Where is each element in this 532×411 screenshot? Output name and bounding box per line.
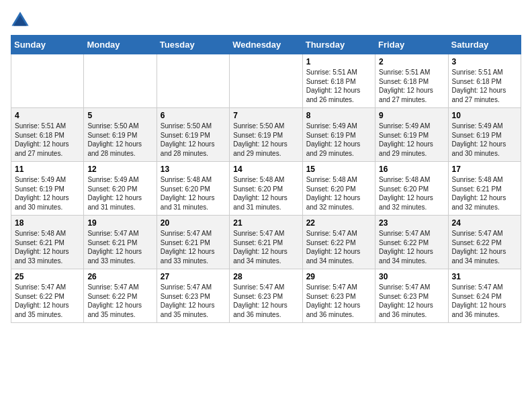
day-number: 26 [87,272,152,281]
table-cell: 26Sunrise: 5:47 AM Sunset: 6:22 PM Dayli… [84,269,157,323]
table-cell: 16Sunrise: 5:48 AM Sunset: 6:20 PM Dayli… [375,162,448,216]
table-cell: 12Sunrise: 5:49 AM Sunset: 6:20 PM Dayli… [84,162,157,216]
cell-info: Sunrise: 5:47 AM Sunset: 6:21 PM Dayligh… [161,229,226,265]
header-monday: Monday [84,36,157,54]
cell-info: Sunrise: 5:47 AM Sunset: 6:24 PM Dayligh… [452,283,517,319]
day-number: 17 [452,165,517,174]
day-number: 30 [379,272,444,281]
table-cell: 29Sunrise: 5:47 AM Sunset: 6:23 PM Dayli… [302,269,375,323]
day-number: 27 [161,272,226,281]
table-cell: 20Sunrise: 5:47 AM Sunset: 6:21 PM Dayli… [157,216,229,269]
table-cell [157,54,229,108]
cell-info: Sunrise: 5:48 AM Sunset: 6:20 PM Dayligh… [306,175,371,212]
table-cell: 18Sunrise: 5:48 AM Sunset: 6:21 PM Dayli… [11,216,84,269]
cell-info: Sunrise: 5:47 AM Sunset: 6:21 PM Dayligh… [233,229,298,265]
day-number: 12 [87,165,152,174]
table-cell: 7Sunrise: 5:50 AM Sunset: 6:19 PM Daylig… [230,108,302,162]
table-cell: 3Sunrise: 5:51 AM Sunset: 6:18 PM Daylig… [448,54,521,108]
header-tuesday: Tuesday [157,36,229,54]
cell-info: Sunrise: 5:48 AM Sunset: 6:21 PM Dayligh… [452,175,517,212]
day-number: 18 [15,218,80,228]
day-number: 16 [379,165,444,174]
cell-info: Sunrise: 5:47 AM Sunset: 6:23 PM Dayligh… [379,283,444,319]
cell-info: Sunrise: 5:49 AM Sunset: 6:19 PM Dayligh… [452,122,517,158]
day-number: 10 [452,111,517,120]
week-row-1: 1Sunrise: 5:51 AM Sunset: 6:18 PM Daylig… [11,54,521,108]
table-cell: 10Sunrise: 5:49 AM Sunset: 6:19 PM Dayli… [448,108,521,162]
day-number: 5 [87,111,152,120]
week-row-2: 4Sunrise: 5:51 AM Sunset: 6:18 PM Daylig… [11,108,521,162]
table-cell [11,54,84,108]
table-cell: 22Sunrise: 5:47 AM Sunset: 6:22 PM Dayli… [302,216,375,269]
day-number: 25 [15,272,80,281]
cell-info: Sunrise: 5:51 AM Sunset: 6:18 PM Dayligh… [379,68,444,104]
day-number: 3 [452,57,517,66]
calendar-table: SundayMondayTuesdayWednesdayThursdayFrid… [11,35,521,323]
table-cell: 2Sunrise: 5:51 AM Sunset: 6:18 PM Daylig… [375,54,448,108]
cell-info: Sunrise: 5:47 AM Sunset: 6:21 PM Dayligh… [87,229,152,265]
calendar-body: 1Sunrise: 5:51 AM Sunset: 6:18 PM Daylig… [11,54,521,323]
cell-info: Sunrise: 5:49 AM Sunset: 6:19 PM Dayligh… [306,122,371,158]
cell-info: Sunrise: 5:48 AM Sunset: 6:20 PM Dayligh… [233,175,298,212]
week-row-4: 18Sunrise: 5:48 AM Sunset: 6:21 PM Dayli… [11,216,521,269]
day-number: 2 [379,57,444,66]
table-cell [84,54,157,108]
logo-icon [11,11,30,30]
header-row: SundayMondayTuesdayWednesdayThursdayFrid… [11,36,521,54]
day-number: 7 [233,111,298,120]
day-number: 24 [452,218,517,228]
header-friday: Friday [375,36,448,54]
table-cell [230,54,302,108]
header-thursday: Thursday [302,36,375,54]
table-cell: 19Sunrise: 5:47 AM Sunset: 6:21 PM Dayli… [84,216,157,269]
cell-info: Sunrise: 5:48 AM Sunset: 6:20 PM Dayligh… [161,175,226,212]
day-number: 31 [452,272,517,281]
day-number: 15 [306,165,371,174]
day-number: 1 [306,57,371,66]
cell-info: Sunrise: 5:50 AM Sunset: 6:19 PM Dayligh… [233,122,298,158]
week-row-5: 25Sunrise: 5:47 AM Sunset: 6:22 PM Dayli… [11,269,521,323]
header-sunday: Sunday [11,36,84,54]
table-cell: 5Sunrise: 5:50 AM Sunset: 6:19 PM Daylig… [84,108,157,162]
cell-info: Sunrise: 5:51 AM Sunset: 6:18 PM Dayligh… [15,122,80,158]
cell-info: Sunrise: 5:47 AM Sunset: 6:23 PM Dayligh… [161,283,226,319]
table-cell: 27Sunrise: 5:47 AM Sunset: 6:23 PM Dayli… [157,269,229,323]
cell-info: Sunrise: 5:47 AM Sunset: 6:22 PM Dayligh… [87,283,152,319]
table-cell: 24Sunrise: 5:47 AM Sunset: 6:22 PM Dayli… [448,216,521,269]
cell-info: Sunrise: 5:51 AM Sunset: 6:18 PM Dayligh… [452,68,517,104]
day-number: 22 [306,218,371,228]
cell-info: Sunrise: 5:47 AM Sunset: 6:22 PM Dayligh… [379,229,444,265]
week-row-3: 11Sunrise: 5:49 AM Sunset: 6:19 PM Dayli… [11,162,521,216]
day-number: 9 [379,111,444,120]
table-cell: 30Sunrise: 5:47 AM Sunset: 6:23 PM Dayli… [375,269,448,323]
cell-info: Sunrise: 5:47 AM Sunset: 6:22 PM Dayligh… [452,229,517,265]
cell-info: Sunrise: 5:51 AM Sunset: 6:18 PM Dayligh… [306,68,371,104]
cell-info: Sunrise: 5:47 AM Sunset: 6:23 PM Dayligh… [306,283,371,319]
cell-info: Sunrise: 5:50 AM Sunset: 6:19 PM Dayligh… [87,122,152,158]
logo [11,11,32,30]
table-cell: 14Sunrise: 5:48 AM Sunset: 6:20 PM Dayli… [230,162,302,216]
page-header [11,11,521,30]
cell-info: Sunrise: 5:49 AM Sunset: 6:19 PM Dayligh… [15,175,80,212]
table-cell: 15Sunrise: 5:48 AM Sunset: 6:20 PM Dayli… [302,162,375,216]
table-cell: 8Sunrise: 5:49 AM Sunset: 6:19 PM Daylig… [302,108,375,162]
calendar-header: SundayMondayTuesdayWednesdayThursdayFrid… [11,36,521,54]
table-cell: 31Sunrise: 5:47 AM Sunset: 6:24 PM Dayli… [448,269,521,323]
cell-info: Sunrise: 5:47 AM Sunset: 6:22 PM Dayligh… [306,229,371,265]
table-cell: 13Sunrise: 5:48 AM Sunset: 6:20 PM Dayli… [157,162,229,216]
cell-info: Sunrise: 5:49 AM Sunset: 6:20 PM Dayligh… [87,175,152,212]
table-cell: 23Sunrise: 5:47 AM Sunset: 6:22 PM Dayli… [375,216,448,269]
cell-info: Sunrise: 5:47 AM Sunset: 6:23 PM Dayligh… [233,283,298,319]
day-number: 21 [233,218,298,228]
day-number: 4 [15,111,80,120]
table-cell: 1Sunrise: 5:51 AM Sunset: 6:18 PM Daylig… [302,54,375,108]
day-number: 20 [161,218,226,228]
table-cell: 9Sunrise: 5:49 AM Sunset: 6:19 PM Daylig… [375,108,448,162]
day-number: 14 [233,165,298,174]
cell-info: Sunrise: 5:47 AM Sunset: 6:22 PM Dayligh… [15,283,80,319]
day-number: 23 [379,218,444,228]
table-cell: 21Sunrise: 5:47 AM Sunset: 6:21 PM Dayli… [230,216,302,269]
table-cell: 6Sunrise: 5:50 AM Sunset: 6:19 PM Daylig… [157,108,229,162]
day-number: 13 [161,165,226,174]
cell-info: Sunrise: 5:50 AM Sunset: 6:19 PM Dayligh… [161,122,226,158]
